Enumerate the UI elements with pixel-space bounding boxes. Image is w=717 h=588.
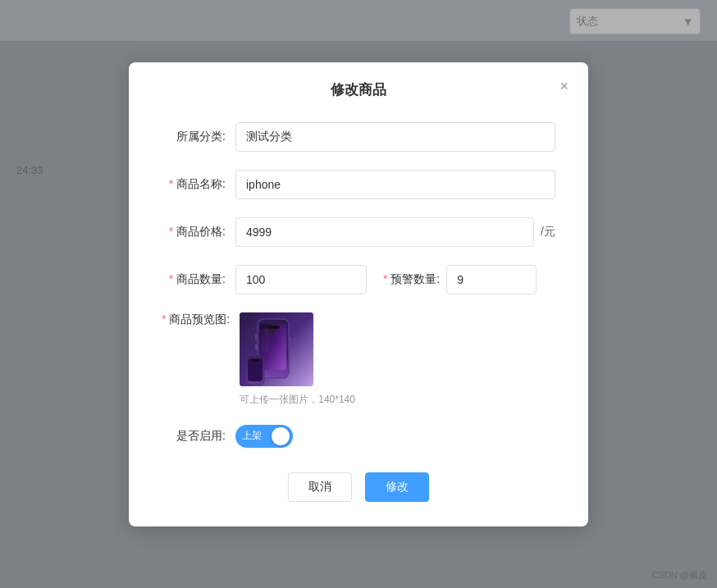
image-upload-area: 可上传一张图片，140*140: [240, 312, 355, 407]
image-preview[interactable]: [240, 312, 313, 386]
price-wrapper: /元: [235, 217, 555, 247]
iphone-image: [240, 312, 313, 386]
name-label: 商品名称:: [162, 177, 235, 192]
image-hint: 可上传一张图片，140*140: [240, 393, 355, 407]
enable-row: 是否启用: 上架: [162, 425, 555, 448]
category-label: 所属分类:: [162, 130, 235, 144]
name-row: 商品名称:: [162, 170, 555, 199]
iphone-svg: [240, 312, 313, 386]
svg-rect-6: [261, 329, 269, 352]
warn-qty-label: 预警数量:: [367, 272, 446, 287]
enable-label: 是否启用:: [162, 429, 235, 444]
image-label: 商品预览图:: [162, 312, 240, 327]
watermark: CSDN @顽皮: [652, 569, 707, 581]
svg-rect-11: [248, 358, 263, 381]
toggle-text: 上架: [242, 429, 262, 443]
qty-label: 商品数量:: [162, 272, 235, 287]
category-input[interactable]: [235, 122, 555, 152]
price-row: 商品价格: /元: [162, 217, 555, 247]
svg-rect-7: [289, 337, 291, 345]
name-input[interactable]: [235, 170, 555, 199]
svg-point-5: [270, 328, 275, 333]
modal-footer: 取消 修改: [129, 472, 588, 502]
toggle-knob: [272, 427, 290, 445]
qty-group: 商品数量:: [162, 265, 367, 294]
confirm-button[interactable]: 修改: [365, 472, 429, 502]
modal-dialog: 修改商品 × 所属分类: 商品名称: 商品价格: /元: [129, 62, 588, 526]
qty-row: 商品数量: 预警数量:: [162, 265, 555, 294]
modal-header: 修改商品 ×: [129, 62, 588, 114]
modal-backdrop: 修改商品 × 所属分类: 商品名称: 商品价格: /元: [0, 0, 717, 588]
svg-rect-9: [255, 344, 258, 350]
price-label: 商品价格:: [162, 225, 235, 239]
cancel-button[interactable]: 取消: [288, 472, 352, 502]
modal-title: 修改商品: [331, 82, 386, 98]
toggle-wrapper: 上架: [235, 425, 293, 448]
price-input[interactable]: [235, 217, 534, 247]
svg-rect-12: [251, 359, 259, 362]
qty-input[interactable]: [235, 265, 367, 294]
enable-toggle[interactable]: 上架: [235, 425, 293, 448]
close-button[interactable]: ×: [556, 77, 572, 95]
warn-qty-input[interactable]: [446, 265, 537, 294]
category-row: 所属分类:: [162, 122, 555, 152]
svg-rect-8: [255, 334, 258, 340]
price-unit: /元: [541, 225, 555, 239]
modal-body: 所属分类: 商品名称: 商品价格: /元 商品数量:: [129, 114, 588, 448]
image-row: 商品预览图:: [162, 312, 555, 407]
